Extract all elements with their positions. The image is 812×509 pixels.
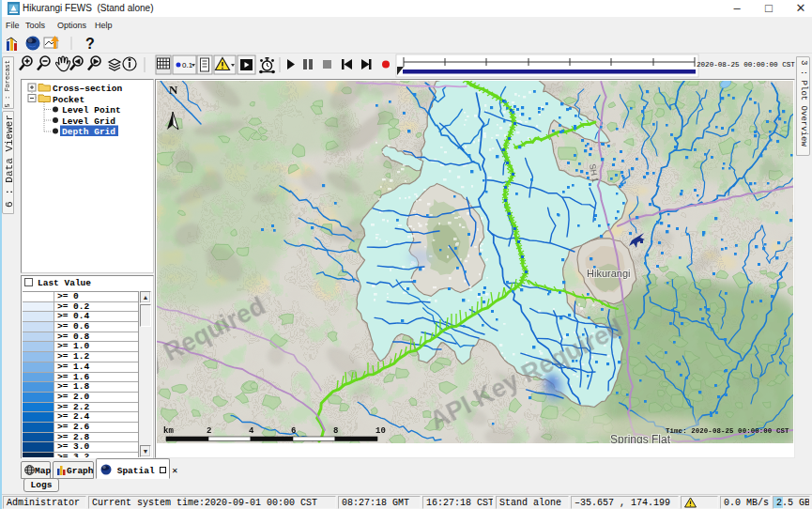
svg-text:N: N bbox=[169, 83, 178, 97]
svg-text:2020-08-25 00:00:00 CST: 2020-08-25 00:00:00 CST bbox=[697, 61, 795, 69]
svg-text:Cross–section: Cross–section bbox=[53, 84, 122, 94]
svg-text:8: 8 bbox=[333, 426, 338, 436]
svg-text:Springs Flat: Springs Flat bbox=[610, 433, 671, 443]
svg-text:?: ? bbox=[85, 36, 95, 52]
svg-text:10: 10 bbox=[375, 426, 386, 436]
svg-text:6: 6 bbox=[291, 426, 296, 436]
svg-text:Level Grid: Level Grid bbox=[62, 116, 115, 127]
svg-text:Time: 2020-08-25 00:00:00 CST: Time: 2020-08-25 00:00:00 CST bbox=[666, 427, 789, 435]
svg-text:Depth Grid: Depth Grid bbox=[62, 127, 115, 137]
svg-text:Pocket: Pocket bbox=[53, 95, 84, 105]
svg-text:Hikurangi: Hikurangi bbox=[587, 268, 630, 279]
svg-text:0.1: 0.1 bbox=[182, 61, 193, 69]
svg-text:km: km bbox=[163, 426, 174, 436]
svg-text:Level Point: Level Point bbox=[62, 105, 121, 116]
svg-text:2: 2 bbox=[207, 426, 211, 436]
svg-text:4: 4 bbox=[249, 426, 254, 436]
